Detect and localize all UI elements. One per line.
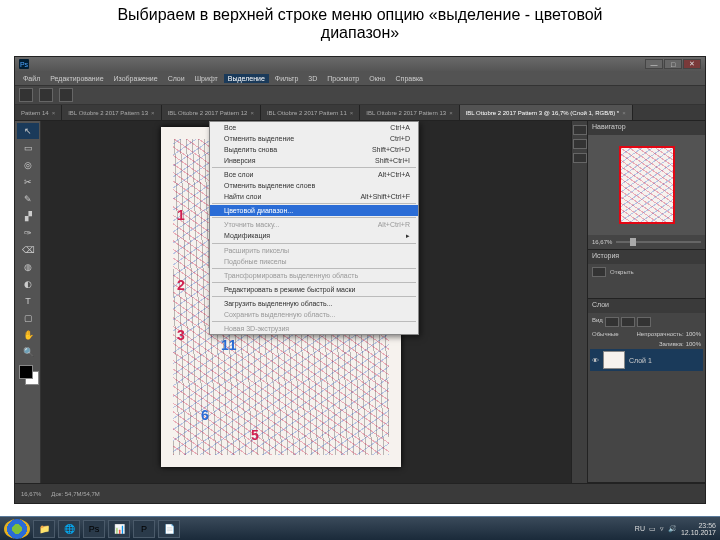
fg-color-swatch[interactable]: [19, 365, 33, 379]
tray-flag-icon[interactable]: ▭: [649, 525, 656, 533]
panel-icon[interactable]: [573, 125, 587, 135]
menu-3d[interactable]: 3D: [304, 74, 321, 83]
blend-mode[interactable]: Обычные: [592, 331, 619, 337]
document-tab[interactable]: IBL Ottobre 2 2017 Pattern 13×: [62, 105, 161, 120]
history-item[interactable]: Открыть: [592, 266, 701, 278]
opt-icon[interactable]: [59, 88, 73, 102]
status-zoom[interactable]: 16,67%: [21, 491, 41, 497]
close-button[interactable]: ✕: [683, 59, 701, 69]
start-button[interactable]: [4, 519, 30, 539]
menu-справка[interactable]: Справка: [392, 74, 427, 83]
close-tab-icon[interactable]: ×: [622, 110, 626, 116]
close-tab-icon[interactable]: ×: [52, 110, 56, 116]
menu-item[interactable]: Все слоиAlt+Ctrl+A: [210, 169, 418, 180]
taskbar-app-icon[interactable]: 📁: [33, 520, 55, 538]
tool-icon[interactable]: ✎: [17, 191, 39, 207]
tool-icon[interactable]: ◍: [17, 259, 39, 275]
menu-изображение[interactable]: Изображение: [110, 74, 162, 83]
layer-name[interactable]: Слой 1: [629, 357, 652, 364]
tool-icon[interactable]: 🔍: [17, 344, 39, 360]
options-bar: [15, 85, 705, 105]
menu-слои[interactable]: Слои: [164, 74, 189, 83]
visibility-icon[interactable]: 👁: [592, 357, 599, 364]
minimize-button[interactable]: —: [645, 59, 663, 69]
menu-item[interactable]: Отменить выделение слоев: [210, 180, 418, 191]
close-tab-icon[interactable]: ×: [151, 110, 155, 116]
tool-icon[interactable]: ▭: [17, 140, 39, 156]
history-label: Открыть: [610, 269, 634, 275]
nav-zoom-value: 16,67%: [592, 239, 612, 245]
selection-menu-dropdown: ВсеCtrl+AОтменить выделениеCtrl+DВыделит…: [209, 121, 419, 335]
tool-icon[interactable]: ✑: [17, 225, 39, 241]
menu-item: Новая 3D-экструзия: [210, 323, 418, 334]
menu-просмотр[interactable]: Просмотр: [323, 74, 363, 83]
history-panel: История Открыть: [588, 250, 705, 299]
menu-фильтр[interactable]: Фильтр: [271, 74, 303, 83]
opacity-value[interactable]: 100%: [686, 331, 701, 337]
tool-icon[interactable]: ◐: [17, 276, 39, 292]
menu-item[interactable]: ВсеCtrl+A: [210, 122, 418, 133]
menu-item[interactable]: Выделить сноваShift+Ctrl+D: [210, 144, 418, 155]
collapsed-panel-dock: [571, 121, 587, 483]
menu-item[interactable]: ИнверсияShift+Ctrl+I: [210, 155, 418, 166]
filter-icon[interactable]: [637, 317, 651, 327]
tray-date[interactable]: 12.10.2017: [681, 529, 716, 536]
panel-icon[interactable]: [573, 153, 587, 163]
tray-time[interactable]: 23:56: [698, 522, 716, 529]
tray-sound-icon[interactable]: 🔊: [668, 525, 677, 533]
taskbar-app-icon[interactable]: 🌐: [58, 520, 80, 538]
menu-item[interactable]: Редактировать в режиме быстрой маски: [210, 284, 418, 295]
close-tab-icon[interactable]: ×: [250, 110, 254, 116]
document-tab[interactable]: IBL Ottobre 2 2017 Pattern 3 @ 16,7% (Сл…: [460, 105, 633, 120]
tray-network-icon[interactable]: ▿: [660, 525, 664, 533]
tool-icon[interactable]: ✋: [17, 327, 39, 343]
filter-icon[interactable]: [621, 317, 635, 327]
menu-редактирование[interactable]: Редактирование: [46, 74, 107, 83]
tool-icon[interactable]: ↖: [17, 123, 39, 139]
menu-item[interactable]: Цветовой диапазон...: [210, 205, 418, 216]
close-tab-icon[interactable]: ×: [449, 110, 453, 116]
tool-preset-icon[interactable]: [19, 88, 33, 102]
tool-icon[interactable]: T: [17, 293, 39, 309]
close-tab-icon[interactable]: ×: [350, 110, 354, 116]
canvas-area[interactable]: B 1 2 3 11 6 5 ВсеCtrl+AОтменить выделен…: [41, 121, 571, 483]
navigator-thumbnail[interactable]: [588, 135, 705, 235]
taskbar-app-icon[interactable]: 📊: [108, 520, 130, 538]
history-tab[interactable]: История: [588, 250, 705, 264]
caption-line2: диапазон»: [40, 24, 680, 42]
menu-item[interactable]: Найти слоиAlt+Shift+Ctrl+F: [210, 191, 418, 202]
pattern-number: 2: [177, 277, 185, 293]
menu-выделение[interactable]: Выделение: [224, 74, 269, 83]
tool-icon[interactable]: ◎: [17, 157, 39, 173]
document-tab[interactable]: Pattern 14×: [15, 105, 62, 120]
menu-item[interactable]: Загрузить выделенную область...: [210, 298, 418, 309]
tool-icon[interactable]: ✂: [17, 174, 39, 190]
document-tab[interactable]: IBL Ottobre 2 2017 Pattern 12×: [162, 105, 261, 120]
layers-tab[interactable]: Слои: [588, 299, 705, 313]
fill-value[interactable]: 100%: [686, 341, 701, 347]
zoom-slider[interactable]: [616, 241, 701, 243]
taskbar-app-icon[interactable]: P: [133, 520, 155, 538]
menu-файл[interactable]: Файл: [19, 74, 44, 83]
toolbox: ↖▭◎✂✎▞✑⌫◍◐T▢✋🔍: [15, 121, 41, 483]
tool-icon[interactable]: ⌫: [17, 242, 39, 258]
layer-row[interactable]: 👁 Слой 1: [590, 349, 703, 371]
menubar: ФайлРедактированиеИзображениеСлоиШрифтВы…: [15, 71, 705, 85]
taskbar-app-icon[interactable]: 📄: [158, 520, 180, 538]
taskbar-app-icon[interactable]: Ps: [83, 520, 105, 538]
document-tab[interactable]: IBL Ottobre 2 2017 Pattern 11×: [261, 105, 360, 120]
maximize-button[interactable]: □: [664, 59, 682, 69]
navigator-tab[interactable]: Навигатор: [588, 121, 705, 135]
opt-icon[interactable]: [39, 88, 53, 102]
menu-шрифт[interactable]: Шрифт: [191, 74, 222, 83]
menu-окно[interactable]: Окно: [365, 74, 389, 83]
menu-item[interactable]: Отменить выделениеCtrl+D: [210, 133, 418, 144]
filter-icon[interactable]: [605, 317, 619, 327]
tool-icon[interactable]: ▞: [17, 208, 39, 224]
tray-lang[interactable]: RU: [635, 525, 645, 532]
panel-icon[interactable]: [573, 139, 587, 149]
menu-item[interactable]: Модификация▸: [210, 230, 418, 242]
pattern-number: 1: [177, 207, 185, 223]
document-tab[interactable]: IBL Ottobre 2 2017 Pattern 13×: [360, 105, 459, 120]
tool-icon[interactable]: ▢: [17, 310, 39, 326]
